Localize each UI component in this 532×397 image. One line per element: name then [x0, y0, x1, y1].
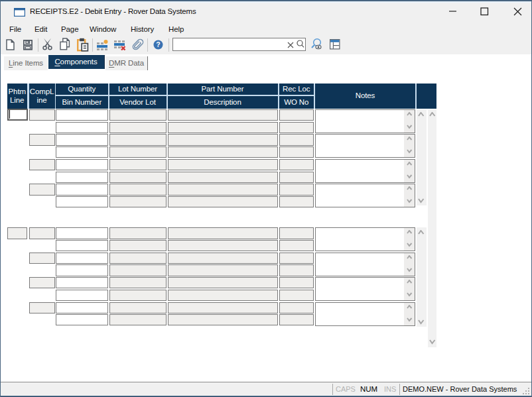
svg-text:?: ?: [156, 40, 160, 48]
